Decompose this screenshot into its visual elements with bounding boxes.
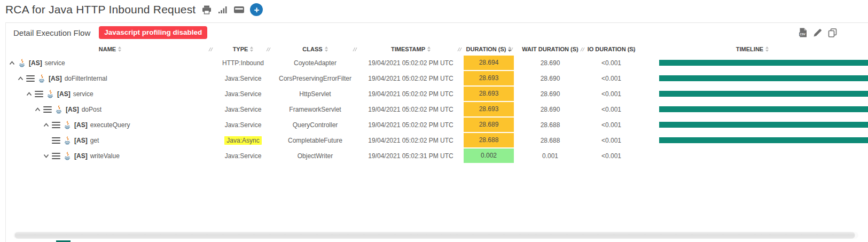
print-icon[interactable] (202, 5, 212, 14)
table-row[interactable]: [AS]writeValueJava:ServiceObjectWriter19… (6, 148, 868, 163)
metrics-bars-icon[interactable] (218, 6, 227, 14)
timeline-cell (637, 102, 868, 117)
class-cell: CompletableFuture (272, 137, 358, 144)
js-profiling-disabled-badge: Javascript profiling disabled (99, 26, 207, 39)
add-button[interactable]: + (250, 3, 263, 16)
row-menu-icon[interactable] (52, 153, 60, 159)
menu-bar (43, 109, 52, 110)
io-duration-cell: <0.001 (586, 106, 637, 113)
menu-bar (35, 96, 43, 97)
column-header-name[interactable]: NAME (6, 43, 214, 55)
table-row[interactable]: [AS]getJava:AsyncCompletableFuture19/04/… (6, 132, 868, 148)
column-label: IO DURATION (S) (588, 46, 636, 52)
row-menu-icon[interactable] (52, 137, 60, 144)
collapse-chevron-icon[interactable] (26, 92, 32, 96)
duration-cell: 28.693 (463, 71, 514, 86)
span-name: doPost (82, 106, 101, 113)
column-header-wait-duration-s[interactable]: WAIT DURATION (S) (514, 43, 586, 55)
span-prefix: [AS] (74, 137, 88, 144)
table-row[interactable]: [AS]serviceHTTP:InboundCoyoteAdapter19/0… (6, 55, 868, 71)
span-prefix: [AS] (29, 59, 42, 67)
card-icon[interactable] (233, 5, 245, 14)
timeline-bar (659, 91, 868, 97)
column-resize-handle[interactable] (580, 46, 585, 53)
span-prefix: [AS] (74, 152, 88, 160)
scrollbar-thumb[interactable] (14, 232, 855, 239)
column-resize-handle[interactable] (509, 46, 513, 53)
menu-bar (43, 112, 52, 113)
menu-bar (52, 127, 60, 128)
sort-arrows-icon[interactable] (765, 46, 769, 52)
sort-arrows-icon[interactable] (427, 46, 431, 52)
duration-value: 28.693 (464, 71, 514, 85)
menu-bar (52, 122, 60, 123)
name-cell: [AS]executeQuery (6, 121, 214, 129)
edit-icon[interactable] (813, 28, 822, 37)
duration-cell: 28.689 (463, 117, 514, 132)
column-header-timestamp[interactable]: TIMESTAMP (358, 43, 463, 55)
type-value: Java:Service (223, 90, 264, 98)
column-resize-handle[interactable] (631, 46, 636, 53)
duration-value: 28.694 (464, 56, 514, 70)
duration-cell: 28.693 (463, 102, 514, 117)
timeline-bar (659, 75, 868, 81)
sort-down-arrow (765, 50, 769, 52)
sort-up-arrow (250, 46, 253, 49)
column-header-type[interactable]: TYPE (214, 43, 272, 55)
detail-execution-flow-panel: Detail Execution Flow Javascript profili… (5, 22, 868, 242)
span-name: service (73, 90, 93, 98)
duplicate-icon[interactable] (828, 28, 837, 37)
sort-arrows-icon[interactable] (250, 46, 253, 52)
row-menu-icon[interactable] (26, 75, 35, 82)
span-prefix: [AS] (74, 121, 88, 129)
column-resize-handle[interactable] (457, 46, 462, 53)
page-title: RCA for Java HTTP Inbound Request (5, 3, 196, 16)
table-row[interactable]: [AS]doFilterInternalJava:ServiceCorsPres… (6, 71, 868, 86)
horizontal-scrollbar[interactable] (13, 232, 858, 239)
class-cell: FrameworkServlet (272, 106, 358, 113)
table-body: [AS]serviceHTTP:InboundCoyoteAdapter19/0… (6, 55, 868, 163)
class-cell: CorsPreservingErrorFilter (272, 75, 358, 82)
name-cell: [AS]writeValue (6, 152, 214, 160)
collapse-chevron-icon[interactable] (18, 76, 24, 81)
table-row[interactable]: [AS]executeQueryJava:ServiceQueryControl… (6, 117, 868, 132)
collapse-chevron-icon[interactable] (43, 123, 49, 127)
column-label: CLASS (302, 46, 322, 52)
row-menu-icon[interactable] (35, 91, 43, 97)
span-prefix: [AS] (66, 106, 79, 113)
sort-arrows-icon[interactable] (325, 46, 328, 52)
column-header-class[interactable]: CLASS (272, 43, 358, 55)
sort-down-arrow (118, 50, 121, 52)
timestamp-cell: 19/04/2021 05:02:02 PM UTC (358, 75, 463, 82)
java-icon (63, 121, 72, 129)
column-header-duration-s[interactable]: DURATION (S) (463, 43, 514, 55)
column-header-io-duration-s[interactable]: IO DURATION (S) (586, 43, 637, 55)
duration-cell: 0.002 (463, 148, 514, 163)
column-resize-handle[interactable] (208, 46, 213, 53)
column-header-timeline[interactable]: TIMELINE (637, 43, 868, 55)
wait-duration-cell: 28.690 (514, 90, 586, 98)
title-bar: RCA for Java HTTP Inbound Request + (0, 0, 868, 19)
span-name: executeQuery (90, 121, 130, 129)
type-cell: Java:Async (214, 137, 272, 144)
table-row[interactable]: [AS]doPostJava:ServiceFrameworkServlet19… (6, 102, 868, 117)
column-resize-handle[interactable] (353, 46, 357, 53)
timestamp-cell: 19/04/2021 05:02:02 PM UTC (358, 90, 463, 98)
wait-duration-cell: 28.690 (514, 75, 586, 82)
csv-export-icon[interactable]: CSV (799, 28, 807, 37)
type-value: Java:Service (223, 152, 264, 160)
table-row[interactable]: [AS]serviceJava:ServiceHttpServlet19/04/… (6, 86, 868, 102)
row-menu-icon[interactable] (43, 106, 52, 113)
collapse-chevron-icon[interactable] (9, 61, 15, 65)
java-icon (63, 136, 72, 145)
timestamp-cell: 19/04/2021 05:02:02 PM UTC (358, 121, 463, 129)
timestamp-cell: 19/04/2021 05:02:31 PM UTC (358, 152, 463, 160)
timestamp-cell: 19/04/2021 05:02:02 PM UTC (358, 137, 463, 144)
column-resize-handle[interactable] (266, 46, 271, 53)
sort-arrows-icon[interactable] (118, 46, 121, 52)
java-icon (54, 105, 63, 114)
row-menu-icon[interactable] (52, 122, 60, 128)
expand-chevron-icon[interactable] (43, 154, 49, 158)
collapse-chevron-icon[interactable] (35, 107, 41, 112)
name-cell: [AS]get (6, 136, 214, 145)
